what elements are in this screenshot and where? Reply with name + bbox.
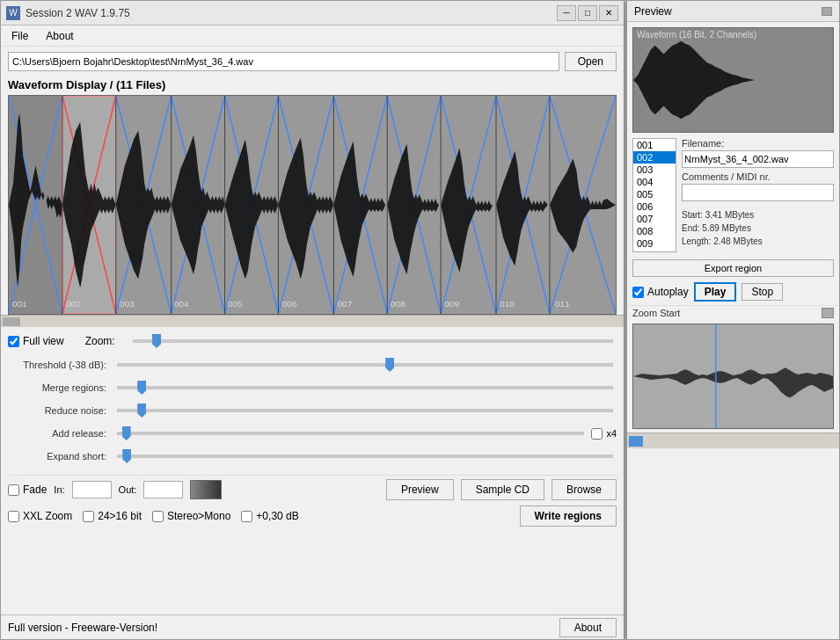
threshold-slider[interactable] [113, 356, 617, 374]
24-16-checkbox[interactable] [83, 511, 94, 522]
file-info-panel: Filename: Comments / MIDI nr. Start: 3.4… [682, 138, 834, 252]
options-row: XXL Zoom 24>16 bit Stereo>Mono +0,30 dB … [1, 504, 624, 530]
file-list-item-008[interactable]: 008 [633, 225, 676, 237]
open-button[interactable]: Open [565, 52, 617, 71]
file-list-panel: 001 002 003 004 005 006 007 008 009 010 … [632, 138, 834, 252]
waveform-header: Waveform Display / (11 Files) [1, 76, 624, 95]
svg-text:005: 005 [228, 299, 243, 309]
file-list[interactable]: 001 002 003 004 005 006 007 008 009 010 … [632, 138, 676, 252]
file-list-item-005[interactable]: 005 [633, 188, 676, 200]
panel-title-text: Preview [634, 5, 672, 18]
start-info: Start: 3.41 MBytes [682, 208, 834, 222]
write-regions-button[interactable]: Write regions [520, 505, 617, 527]
fade-row: Fade In: Out: Preview Sample CD Browse [1, 476, 624, 504]
horizontal-scrollbar[interactable] [1, 315, 624, 327]
file-list-item-003[interactable]: 003 [633, 164, 676, 176]
expand-short-label: Expand short: [8, 451, 113, 462]
full-view-checkbox-label[interactable]: Full view [8, 335, 64, 347]
filename-label: Filename: [682, 138, 834, 149]
file-list-item-004[interactable]: 004 [633, 176, 676, 188]
fade-in-input[interactable] [72, 481, 112, 498]
merge-row: Merge regions: [8, 378, 617, 397]
stop-button[interactable]: Stop [741, 283, 783, 301]
merge-label: Merge regions: [8, 382, 113, 393]
xxl-zoom-label[interactable]: XXL Zoom [8, 510, 72, 522]
24-16-label[interactable]: 24>16 bit [83, 510, 142, 522]
svg-text:011: 011 [555, 299, 570, 309]
file-list-item-001[interactable]: 001 [633, 139, 676, 151]
file-list-item-006[interactable]: 006 [633, 200, 676, 213]
preview-wf-label: Waveform (16 Bit, 2 Channels) [637, 30, 756, 40]
window-title: Session 2 WAV 1.9.75 [26, 7, 130, 19]
file-stats: Start: 3.41 MBytes End: 5.89 MBytes Leng… [682, 208, 834, 248]
full-view-row: Full view Zoom: [8, 332, 617, 350]
fade-checkbox-label[interactable]: Fade [8, 484, 47, 496]
file-list-item-002[interactable]: 002 [633, 151, 676, 164]
bottom-scrollbar-thumb[interactable] [629, 436, 643, 447]
zoom-preview-svg [633, 324, 833, 428]
menu-about[interactable]: About [42, 28, 77, 44]
app-icon: W [6, 6, 20, 20]
panel-collapse-btn[interactable] [822, 7, 832, 16]
db-030-label[interactable]: +0,30 dB [241, 510, 298, 522]
add-release-slider[interactable] [113, 425, 588, 442]
filename-input[interactable] [682, 150, 834, 168]
preview-button[interactable]: Preview [386, 479, 454, 500]
svg-text:009: 009 [444, 299, 459, 309]
file-row: Open [1, 47, 624, 76]
fade-out-input[interactable] [143, 481, 183, 498]
zoom-start-label: Zoom Start [632, 308, 680, 318]
about-button[interactable]: About [559, 618, 617, 637]
threshold-label: Threshold (-38 dB): [8, 360, 113, 370]
autoplay-label[interactable]: Autoplay [632, 286, 689, 298]
status-bar: Full version - Freeware-Version! About [1, 615, 624, 639]
sample-cd-button[interactable]: Sample CD [461, 479, 544, 500]
play-button[interactable]: Play [694, 282, 737, 302]
svg-text:004: 004 [174, 299, 189, 309]
in-label: In: [54, 484, 64, 495]
scrollbar-thumb[interactable] [3, 317, 20, 326]
gradient-preview [190, 480, 222, 499]
zoom-start-scrollbar[interactable] [822, 308, 834, 318]
stereo-mono-checkbox[interactable] [152, 511, 164, 522]
comments-input[interactable] [682, 184, 834, 201]
zoom-label: Zoom: [85, 335, 115, 347]
end-info: End: 5.89 MBytes [682, 222, 834, 235]
status-text: Full version - Freeware-Version! [8, 622, 157, 634]
right-panel: Preview Waveform (16 Bit, 2 Channels) 00… [626, 0, 840, 640]
xxl-zoom-checkbox[interactable] [8, 511, 19, 522]
main-window: W Session 2 WAV 1.9.75 ─ □ ✕ File About … [0, 0, 625, 640]
maximize-button[interactable]: □ [578, 5, 597, 21]
close-button[interactable]: ✕ [599, 5, 618, 21]
zoom-slider[interactable] [129, 332, 617, 350]
reduce-noise-row: Reduce noise: [8, 401, 617, 420]
add-release-label: Add release: [8, 428, 113, 439]
db-030-checkbox[interactable] [241, 511, 252, 522]
browse-button[interactable]: Browse [551, 479, 617, 500]
export-row: Export region [627, 256, 839, 280]
waveform-display[interactable]: 001 002 003 004 005 006 007 008 009 010 … [8, 95, 617, 315]
file-path-input[interactable] [8, 52, 559, 71]
menu-file[interactable]: File [8, 28, 32, 44]
merge-slider[interactable] [113, 379, 617, 396]
full-view-checkbox[interactable] [8, 336, 19, 347]
zoom-preview [632, 324, 834, 429]
export-region-button[interactable]: Export region [632, 259, 834, 277]
bottom-scrollbar[interactable] [627, 433, 839, 448]
fade-checkbox[interactable] [8, 484, 19, 496]
controls-area: Full view Zoom: Threshold (-38 dB): Merg… [1, 327, 624, 475]
x4-option: x4 [591, 428, 617, 440]
file-list-item-007[interactable]: 007 [633, 213, 676, 225]
x4-checkbox[interactable] [591, 428, 603, 440]
svg-text:008: 008 [391, 299, 405, 309]
out-label: Out: [119, 484, 137, 495]
minimize-button[interactable]: ─ [557, 5, 576, 21]
zoom-start-section: Zoom Start [627, 305, 839, 320]
expand-short-slider[interactable] [113, 447, 617, 465]
file-list-item-009[interactable]: 009 [633, 237, 676, 250]
file-list-item-010[interactable]: 010 [633, 250, 676, 252]
reduce-slider[interactable] [113, 402, 617, 419]
stereo-mono-label[interactable]: Stereo>Mono [152, 510, 230, 522]
title-bar: W Session 2 WAV 1.9.75 ─ □ ✕ [1, 1, 624, 25]
autoplay-checkbox[interactable] [632, 287, 644, 298]
